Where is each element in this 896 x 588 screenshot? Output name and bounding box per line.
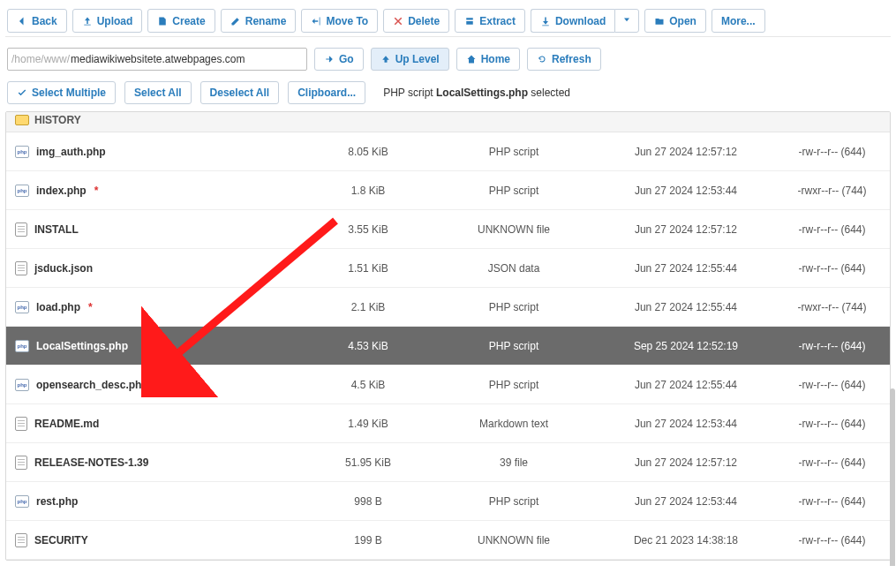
file-name-label: README.md bbox=[34, 418, 99, 430]
download-dropdown-button[interactable] bbox=[614, 9, 639, 33]
more-button[interactable]: More... bbox=[712, 9, 765, 33]
deselect-all-button[interactable]: Deselect All bbox=[200, 81, 280, 104]
open-button[interactable]: Open bbox=[644, 9, 706, 33]
scrollbar-thumb[interactable] bbox=[890, 388, 895, 566]
file-name-cell: SECURITY bbox=[6, 533, 306, 547]
php-file-icon: php bbox=[15, 146, 29, 158]
select-all-button[interactable]: Select All bbox=[124, 81, 192, 104]
extract-icon bbox=[464, 16, 475, 26]
file-name-cell: README.md bbox=[6, 417, 306, 431]
file-date-cell: Jun 27 2024 12:55:44 bbox=[598, 262, 774, 275]
file-row[interactable]: RELEASE-NOTES-1.3951.95 KiB39 fileJun 27… bbox=[6, 443, 890, 482]
file-name-label: RELEASE-NOTES-1.39 bbox=[34, 456, 148, 469]
up-level-button[interactable]: Up Level bbox=[371, 48, 449, 71]
path-bar: /home/www/ Go Up Level Home Refresh bbox=[5, 48, 891, 71]
path-input-wrapper: /home/www/ bbox=[7, 48, 307, 71]
file-row[interactable]: phpLocalSettings.php4.53 KiBPHP scriptSe… bbox=[6, 327, 890, 366]
file-permissions-cell: -rw-r--r-- (644) bbox=[774, 534, 890, 547]
folder-icon bbox=[15, 115, 29, 125]
php-file-icon: php bbox=[15, 185, 29, 197]
file-row[interactable]: INSTALL3.55 KiBUNKNOWN fileJun 27 2024 1… bbox=[6, 210, 890, 249]
back-button[interactable]: Back bbox=[7, 9, 67, 33]
file-type-cell: PHP script bbox=[430, 301, 598, 313]
file-row[interactable]: SECURITY199 BUNKNOWN fileDec 21 2023 14:… bbox=[6, 521, 890, 560]
extract-button[interactable]: Extract bbox=[455, 9, 525, 33]
open-icon bbox=[654, 16, 665, 26]
file-date-cell: Jun 27 2024 12:55:44 bbox=[598, 379, 774, 391]
file-row[interactable]: phpimg_auth.php8.05 KiBPHP scriptJun 27 … bbox=[6, 132, 890, 171]
file-size-cell: 8.05 KiB bbox=[306, 146, 430, 158]
caret-down-icon bbox=[621, 14, 632, 27]
file-name-label: LocalSettings.php bbox=[36, 340, 128, 352]
php-file-icon: php bbox=[15, 340, 29, 352]
rename-button[interactable]: Rename bbox=[221, 9, 297, 33]
file-size-cell: 3.55 KiB bbox=[306, 223, 430, 236]
file-name-cell: phpload.php* bbox=[6, 301, 306, 313]
generic-file-icon bbox=[15, 222, 27, 237]
file-date-cell: Jun 27 2024 12:53:44 bbox=[598, 185, 774, 197]
file-row[interactable]: phprest.php998 BPHP scriptJun 27 2024 12… bbox=[6, 482, 890, 521]
file-type-cell: Markdown text bbox=[430, 418, 598, 430]
php-file-icon: php bbox=[15, 495, 29, 508]
file-name-label: INSTALL bbox=[34, 223, 79, 236]
star-marker: * bbox=[94, 185, 99, 197]
file-size-cell: 51.95 KiB bbox=[306, 456, 430, 469]
file-name-label: jsduck.json bbox=[34, 262, 93, 275]
refresh-button[interactable]: Refresh bbox=[527, 48, 601, 71]
file-permissions-cell: -rw-r--r-- (644) bbox=[774, 495, 890, 508]
file-name-label: opensearch_desc.php bbox=[36, 379, 148, 391]
file-permissions-cell: -rw-r--r-- (644) bbox=[774, 340, 890, 352]
upload-icon bbox=[82, 16, 93, 26]
create-button[interactable]: Create bbox=[147, 9, 215, 33]
file-name-cell: phpimg_auth.php bbox=[6, 146, 306, 158]
file-permissions-cell: -rwxr--r-- (744) bbox=[774, 301, 890, 313]
file-row[interactable]: phpindex.php*1.8 KiBPHP scriptJun 27 202… bbox=[6, 171, 890, 210]
file-date-cell: Jun 27 2024 12:57:12 bbox=[598, 456, 774, 469]
star-marker: * bbox=[88, 301, 93, 313]
generic-file-icon bbox=[15, 456, 27, 470]
select-multiple-button[interactable]: Select Multiple bbox=[7, 81, 116, 104]
file-type-cell: PHP script bbox=[430, 340, 598, 352]
file-name-cell: phprest.php bbox=[6, 495, 306, 508]
partial-header-row: HISTORY bbox=[6, 112, 890, 132]
file-size-cell: 4.5 KiB bbox=[306, 379, 430, 391]
file-row[interactable]: phpopensearch_desc.php4.5 KiBPHP scriptJ… bbox=[6, 366, 890, 404]
upload-button[interactable]: Upload bbox=[72, 9, 143, 33]
file-name-cell: INSTALL bbox=[6, 222, 306, 237]
file-name-label: SECURITY bbox=[34, 534, 88, 547]
selection-bar: Select Multiple Select All Deselect All … bbox=[5, 81, 891, 111]
file-permissions-cell: -rw-r--r-- (644) bbox=[774, 379, 890, 391]
file-name-cell: RELEASE-NOTES-1.39 bbox=[6, 456, 306, 470]
path-input[interactable] bbox=[71, 53, 306, 65]
file-permissions-cell: -rw-r--r-- (644) bbox=[774, 262, 890, 275]
move-icon bbox=[311, 16, 321, 26]
check-icon bbox=[17, 87, 27, 98]
download-button[interactable]: Download bbox=[531, 9, 614, 33]
file-row[interactable]: README.md1.49 KiBMarkdown textJun 27 202… bbox=[6, 404, 890, 443]
refresh-icon bbox=[537, 54, 547, 64]
file-date-cell: Jun 27 2024 12:57:12 bbox=[598, 146, 774, 158]
header-visible-text: HISTORY bbox=[34, 114, 81, 126]
download-split-button: Download bbox=[531, 9, 639, 33]
file-size-cell: 1.51 KiB bbox=[306, 262, 430, 275]
generic-file-icon bbox=[15, 533, 27, 547]
file-permissions-cell: -rwxr--r-- (744) bbox=[774, 185, 890, 197]
file-size-cell: 2.1 KiB bbox=[306, 301, 430, 313]
file-row[interactable]: phpload.php*2.1 KiBPHP scriptJun 27 2024… bbox=[6, 288, 890, 327]
file-permissions-cell: -rw-r--r-- (644) bbox=[774, 223, 890, 236]
file-date-cell: Jun 27 2024 12:55:44 bbox=[598, 301, 774, 313]
clipboard-button[interactable]: Clipboard... bbox=[288, 81, 365, 104]
file-size-cell: 1.49 KiB bbox=[306, 418, 430, 430]
home-button[interactable]: Home bbox=[456, 48, 520, 71]
delete-button[interactable]: Delete bbox=[383, 9, 449, 33]
pencil-icon bbox=[230, 16, 241, 26]
file-row[interactable]: jsduck.json1.51 KiBJSON dataJun 27 2024 … bbox=[6, 249, 890, 288]
go-button[interactable]: Go bbox=[314, 48, 364, 71]
file-name-label: load.php bbox=[36, 301, 80, 313]
file-type-cell: 39 file bbox=[430, 456, 598, 469]
create-icon bbox=[157, 16, 168, 26]
file-permissions-cell: -rw-r--r-- (644) bbox=[774, 456, 890, 469]
file-name-cell: jsduck.json bbox=[6, 261, 306, 275]
move-to-button[interactable]: Move To bbox=[301, 9, 378, 33]
up-arrow-icon bbox=[380, 54, 391, 64]
